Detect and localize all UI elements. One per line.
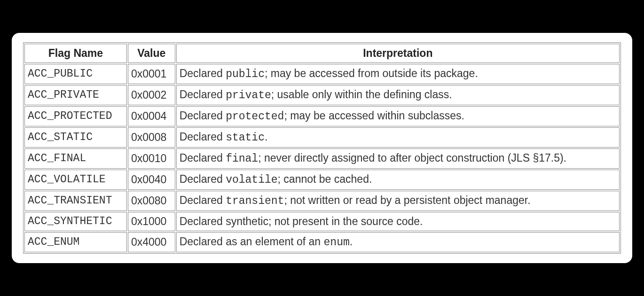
cell-interpretation: Declared public; may be accessed from ou… [176,64,620,84]
cell-value: 0x0004 [128,106,175,126]
interp-code: final [226,153,258,165]
interp-code: static [226,132,265,144]
interp-text-pre: Declared synthetic; not present in the s… [180,215,423,227]
interp-code: transient [226,195,284,207]
interp-text-post: . [265,131,267,143]
interp-code: enum [324,236,350,249]
cell-interpretation: Declared protected; may be accessed with… [176,106,620,126]
interp-text-pre: Declared [180,152,226,164]
interp-code: protected [226,110,284,123]
table-row: ACC_PRIVATE0x0002Declared private; usabl… [24,85,620,105]
header-interpretation: Interpretation [176,44,620,63]
cell-flag-name: ACC_VOLATILE [24,170,127,190]
table-header-row: Flag Name Value Interpretation [24,44,620,63]
table-row: ACC_PUBLIC0x0001Declared public; may be … [24,64,620,84]
interp-code: private [226,89,271,101]
table-row: ACC_FINAL0x0010Declared final; never dir… [24,148,620,169]
interp-text-post: ; may be accessed from outside its packa… [265,67,478,79]
interp-code: volatile [226,174,277,186]
cell-value: 0x0002 [128,85,175,105]
cell-flag-name: ACC_PUBLIC [24,64,127,84]
cell-flag-name: ACC_PROTECTED [24,106,127,126]
interp-text-post: ; never directly assigned to after objec… [258,152,566,164]
interp-text-pre: Declared as an element of an [180,235,324,248]
interp-text-pre: Declared [180,88,226,101]
cell-interpretation: Declared synthetic; not present in the s… [176,212,620,231]
cell-flag-name: ACC_STATIC [24,127,127,148]
table-row: ACC_SYNTHETIC0x1000Declared synthetic; n… [24,212,620,231]
cell-flag-name: ACC_ENUM [24,232,127,252]
interp-text-post: ; may be accessed within subclasses. [284,109,464,122]
interp-text-post: . [350,235,353,248]
table-card: Flag Name Value Interpretation ACC_PUBLI… [12,33,632,263]
cell-flag-name: ACC_TRANSIENT [24,191,127,211]
interp-text-pre: Declared [180,131,226,143]
interp-text-pre: Declared [180,67,226,79]
table-row: ACC_STATIC0x0008Declared static. [24,127,620,148]
interp-text-post: ; cannot be cached. [278,173,372,185]
header-value: Value [128,44,175,63]
cell-interpretation: Declared private; usable only within the… [176,85,620,105]
table-row: ACC_PROTECTED0x0004Declared protected; m… [24,106,620,126]
interp-code: public [226,68,265,80]
cell-interpretation: Declared final; never directly assigned … [176,148,620,169]
interp-text-pre: Declared [180,173,226,185]
interp-text-post: ; not written or read by a persistent ob… [284,194,530,206]
cell-value: 0x0008 [128,127,175,148]
header-flag-name: Flag Name [24,44,127,63]
access-flags-table: Flag Name Value Interpretation ACC_PUBLI… [23,42,621,254]
cell-value: 0x0001 [128,64,175,84]
cell-flag-name: ACC_PRIVATE [24,85,127,105]
cell-flag-name: ACC_FINAL [24,148,127,169]
table-row: ACC_TRANSIENT0x0080Declared transient; n… [24,191,620,211]
cell-value: 0x0010 [128,148,175,169]
cell-value: 0x0080 [128,191,175,211]
cell-value: 0x1000 [128,212,175,231]
cell-value: 0x4000 [128,232,175,252]
interp-text-post: ; usable only within the defining class. [271,88,452,101]
cell-value: 0x0040 [128,170,175,190]
cell-flag-name: ACC_SYNTHETIC [24,212,127,231]
interp-text-pre: Declared [180,194,226,206]
table-row: ACC_VOLATILE0x0040Declared volatile; can… [24,170,620,190]
table-row: ACC_ENUM0x4000Declared as an element of … [24,232,620,252]
cell-interpretation: Declared as an element of an enum. [176,232,620,252]
cell-interpretation: Declared static. [176,127,620,148]
cell-interpretation: Declared volatile; cannot be cached. [176,170,620,190]
interp-text-pre: Declared [180,109,226,122]
cell-interpretation: Declared transient; not written or read … [176,191,620,211]
